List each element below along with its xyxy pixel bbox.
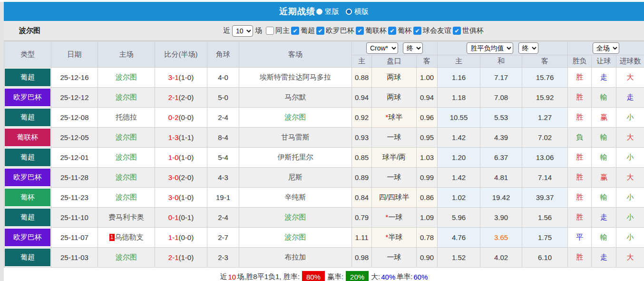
home-team-name[interactable]: 乌德勒支: [115, 233, 144, 241]
home-team-name[interactable]: 托德拉: [116, 113, 137, 121]
table-row: 葡超 25-12-08 托德拉 0-2(0-0) 2-4 波尔图 0.92 *球…: [4, 108, 644, 128]
league-type-cell: 葡联杯: [4, 128, 51, 148]
euro-odds-time-select[interactable]: 终: [518, 42, 538, 54]
scope-select-group: 全场: [568, 41, 644, 55]
asia-odds-time-select[interactable]: 终: [403, 42, 423, 54]
euro-away-odds: 1.27: [522, 108, 568, 128]
euro-away-odds: 1.75: [522, 228, 568, 248]
scope-select[interactable]: 全场: [593, 42, 619, 54]
win-loss-result: 胜: [568, 88, 592, 108]
bookmaker-select[interactable]: Crow*: [366, 42, 398, 54]
vertical-layout-radio-label[interactable]: 竖版: [325, 7, 339, 16]
check-icon[interactable]: ✔: [316, 27, 324, 35]
summary-line: 近10场,胜8平1负1, 胜率:80%赢率:20%大:40% 单率:60%: [4, 268, 644, 281]
home-team-cell: 费马利卡奥: [98, 208, 155, 228]
away-team-name[interactable]: 辛纯斯: [285, 193, 306, 201]
same-home-label[interactable]: 同主: [275, 26, 290, 35]
half-time-score: (1-1): [179, 133, 194, 141]
corners-cell: 5-4: [207, 148, 239, 168]
league-checkbox-label[interactable]: 葡联杯: [365, 26, 387, 35]
league-checkbox-label[interactable]: 欧罗巴杯: [326, 26, 354, 35]
league-type-cell: 葡杯: [4, 188, 51, 208]
home-team-name[interactable]: 波尔图: [116, 133, 137, 141]
col-header-home: 主场: [98, 41, 155, 68]
same-home-checkbox[interactable]: [266, 27, 274, 35]
table-row: 欧罗巴杯 25-11-28 波尔图 3-0(2-0) 4-3 尼斯 0.89 一…: [4, 168, 644, 188]
asia-odds-select-group: Crow* 终: [352, 41, 438, 55]
league-type-badge: 葡超: [5, 109, 50, 126]
away-team-name[interactable]: 布拉加: [285, 253, 306, 261]
home-team-name[interactable]: 波尔图: [116, 173, 137, 181]
win-loss-result: 胜: [568, 188, 592, 208]
league-type-badge: 欧罗巴杯: [5, 169, 50, 186]
euro-away-odds: 13.06: [522, 148, 568, 168]
match-date: 25-12-05: [51, 128, 98, 148]
home-team-name[interactable]: 波尔图: [116, 93, 137, 101]
summary-segment: 40%: [381, 273, 395, 281]
home-team-name[interactable]: 波尔图: [116, 253, 137, 261]
check-icon[interactable]: ✔: [453, 27, 461, 35]
check-icon[interactable]: ✔: [388, 27, 396, 35]
away-team-name[interactable]: 马尔默: [285, 93, 306, 101]
away-team-cell: 布拉加: [239, 248, 352, 268]
check-icon[interactable]: ✔: [356, 27, 364, 35]
half-time-score: (0-0): [179, 233, 194, 241]
home-team-name[interactable]: 波尔图: [116, 73, 137, 81]
home-team-name[interactable]: 波尔图: [116, 153, 137, 161]
league-type-badge: 葡联杯: [5, 129, 50, 146]
win-loss-result: 胜: [568, 148, 592, 168]
league-type-cell: 欧罗巴杯: [4, 168, 51, 188]
home-team-name[interactable]: 波尔图: [116, 193, 137, 201]
win-loss-result: 平: [568, 228, 592, 248]
win-loss-result: 胜: [568, 248, 592, 268]
league-checkbox-label[interactable]: 世俱杯: [462, 26, 484, 35]
away-team-name[interactable]: 埃斯特雷拉达阿马多拉: [260, 73, 331, 81]
goals-result: 小: [616, 228, 644, 248]
full-time-score: 1-3: [168, 133, 179, 141]
away-team-cell: 马尔默: [239, 88, 352, 108]
away-team-name[interactable]: 波尔图: [285, 113, 306, 121]
away-handicap-star: *: [386, 113, 389, 121]
euro-home-odds: 5.96: [438, 208, 480, 228]
asia-home-odds: 0.85: [352, 148, 372, 168]
away-team-name[interactable]: 波尔图: [285, 213, 306, 221]
radio-selected-icon[interactable]: [316, 9, 322, 15]
match-date: 25-12-08: [51, 108, 98, 128]
away-team-cell: 伊斯托里尔: [239, 148, 352, 168]
score-cell: 1-3(1-1): [155, 128, 207, 148]
check-icon[interactable]: ✔: [291, 27, 299, 35]
away-team-name[interactable]: 波尔图: [285, 233, 306, 241]
table-row: 欧罗巴杯 25-12-12 波尔图 2-1(2-0) 5-0 马尔默 0.94 …: [4, 88, 644, 108]
euro-away-odds: 7.02: [522, 128, 568, 148]
summary-segment: 60%: [413, 273, 428, 281]
home-team-name[interactable]: 费马利卡奥: [108, 213, 144, 221]
away-team-name[interactable]: 伊斯托里尔: [278, 153, 313, 161]
results-table: 类型 日期 主场 比分(半场) 角球 客场 Crow* 终 胜平负均值 终 全场: [4, 41, 644, 268]
win-loss-result: 胜: [568, 168, 592, 188]
asia-home-odds: 0.98: [352, 248, 372, 268]
score-cell: 0-2(0-0): [155, 108, 207, 128]
radio-unselected-icon[interactable]: [346, 9, 352, 15]
col-header-euro-away: 客: [522, 55, 568, 68]
euro-draw-odds: 4.39: [480, 128, 522, 148]
away-team-name[interactable]: 甘马雷斯: [281, 133, 310, 141]
league-checkbox-label[interactable]: 球会友谊: [423, 26, 451, 35]
league-checkbox-label[interactable]: 葡超: [301, 26, 315, 35]
asia-away-odds: 1.03: [417, 148, 438, 168]
euro-draw-odds: 7.17: [480, 68, 522, 88]
match-date: 25-12-16: [51, 68, 98, 88]
recent-count-select[interactable]: 10: [232, 25, 253, 37]
league-type-cell: 葡超: [4, 248, 51, 268]
check-icon[interactable]: ✔: [413, 27, 421, 35]
euro-home-odds: 4.76: [438, 228, 480, 248]
euro-home-odds: 1.52: [438, 248, 480, 268]
title-bar: 近期战绩 竖版 横版: [4, 2, 644, 21]
handicap-result: 走: [592, 68, 616, 88]
away-team-name[interactable]: 尼斯: [288, 173, 302, 181]
summary-segment: 单率:: [396, 272, 412, 281]
league-checkbox-label[interactable]: 葡杯: [398, 26, 412, 35]
euro-odds-type-select[interactable]: 胜平负均值: [467, 42, 513, 54]
score-cell: 0-1(0-1): [155, 208, 207, 228]
horizontal-layout-radio-label[interactable]: 横版: [354, 7, 369, 16]
table-row: 葡联杯 25-12-05 波尔图 1-3(1-1) 8-4 甘马雷斯 0.93 …: [4, 128, 644, 148]
